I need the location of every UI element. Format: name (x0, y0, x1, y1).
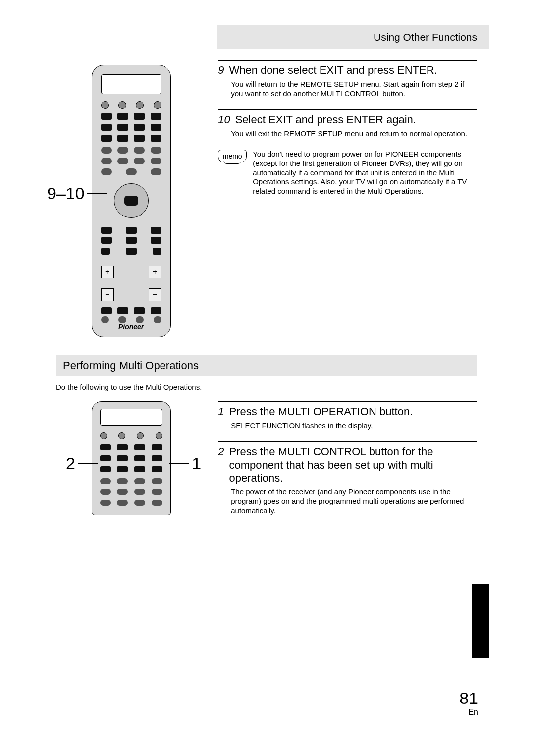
step-title: Press the MULTI OPERATION button. (229, 405, 413, 418)
section-heading-text: Performing Multi Operations (63, 359, 199, 372)
step-title: Select EXIT and press ENTER again. (235, 113, 416, 126)
remote-illustration-2 (92, 401, 171, 515)
step-number: 2 (218, 445, 224, 458)
section-heading: Performing Multi Operations (56, 355, 477, 376)
remote-brand: Pioneer (92, 323, 170, 331)
memo-tag: memo (218, 150, 247, 162)
figure2-callout-left: 2 (66, 454, 98, 473)
step-body: SELECT FUNCTION flashes in the display, (218, 421, 477, 431)
page-number-block: 81 En (459, 689, 478, 717)
step-10: 10 Select EXIT and press ENTER again. Yo… (218, 109, 477, 139)
step-body: You will exit the REMOTE SETUP menu and … (218, 129, 477, 139)
step-2: 2 Press the MULTI CONTROL button for the… (218, 441, 477, 515)
step-1: 1 Press the MULTI OPERATION button. SELE… (218, 401, 477, 431)
step-body: You will return to the REMOTE SETUP menu… (218, 80, 477, 99)
step-number: 1 (218, 405, 224, 418)
figure2-callout-right-label: 1 (192, 454, 201, 473)
figure2-callout-right: 1 (169, 454, 201, 473)
step-number: 9 (218, 64, 224, 77)
figure1-callout-label: 9–10 (47, 184, 85, 203)
step-number: 10 (218, 113, 230, 126)
figure1-callout: 9–10 (47, 184, 107, 203)
step-title: Press the MULTI CONTROL button for the c… (229, 445, 477, 485)
figure2-callout-left-label: 2 (66, 454, 75, 473)
memo-text: You don't need to program power on for P… (253, 150, 477, 196)
memo-block: memo You don't need to program power on … (218, 150, 477, 196)
page-number: 81 (459, 689, 478, 708)
step-9: 9 When done select EXIT and press ENTER.… (218, 60, 477, 99)
memo-label: memo (223, 152, 242, 160)
side-tab (472, 584, 489, 658)
page-lang: En (459, 708, 478, 717)
header-title: Using Other Functions (374, 31, 477, 43)
step-title: When done select EXIT and press ENTER. (229, 64, 437, 77)
step-body: The power of the receiver (and any Pione… (218, 487, 477, 515)
page-header: Using Other Functions (217, 25, 489, 49)
section-intro: Do the following to use the Multi Operat… (44, 383, 489, 401)
